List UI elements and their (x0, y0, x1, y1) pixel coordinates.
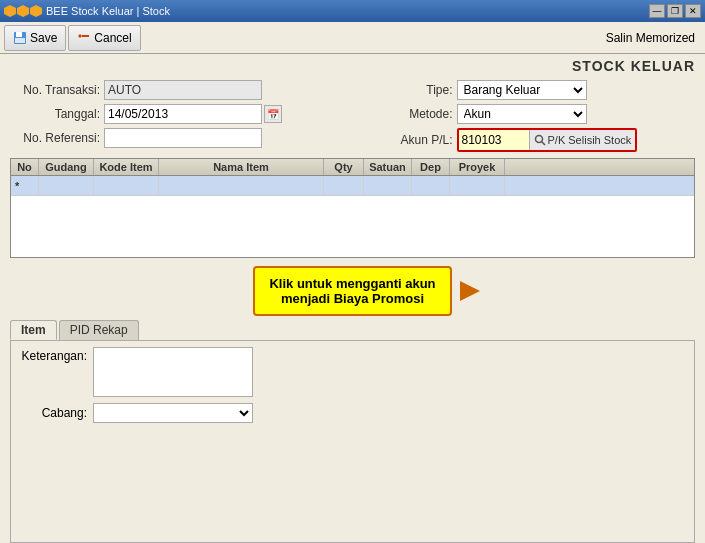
row-marker: * (11, 176, 39, 195)
metode-select[interactable]: Akun (457, 104, 587, 124)
keterangan-textarea[interactable] (93, 347, 253, 397)
metode-row: Metode: Akun (363, 104, 696, 124)
akun-search-label: P/K Selisih Stock (548, 134, 632, 146)
akun-pl-wrapper: P/K Selisih Stock (457, 128, 638, 152)
akun-pl-label: Akun P/L: (363, 133, 453, 147)
section-title: STOCK KELUAR (0, 54, 705, 76)
title-bar: BEE Stock Keluar | Stock — ❐ ✕ (0, 0, 705, 22)
tab-row: Item PID Rekap (10, 320, 695, 340)
minimize-button[interactable]: — (649, 4, 665, 18)
save-icon (13, 31, 27, 45)
metode-label: Metode: (363, 107, 453, 121)
no-referensi-label: No. Referensi: (10, 131, 100, 145)
tipe-select[interactable]: Barang Keluar (457, 80, 587, 100)
form-area: No. Transaksi: Tanggal: 📅 No. Referensi:… (0, 76, 705, 154)
cabang-select[interactable] (93, 403, 253, 423)
tooltip-container: Klik untuk mengganti akunmenjadi Biaya P… (10, 266, 695, 316)
table-header: No Gudang Kode Item Nama Item Qty Satuan… (11, 159, 694, 176)
no-referensi-row: No. Referensi: (10, 128, 343, 148)
tanggal-label: Tanggal: (10, 107, 100, 121)
tab-pid-rekap[interactable]: PID Rekap (59, 320, 139, 340)
cancel-label: Cancel (94, 31, 131, 45)
tab-content-item: Keterangan: Cabang: (10, 340, 695, 543)
tanggal-wrapper: 📅 (104, 104, 282, 124)
row-dep (412, 176, 450, 195)
tooltip-box: Klik untuk mengganti akunmenjadi Biaya P… (253, 266, 451, 316)
svg-line-5 (541, 142, 545, 146)
save-button[interactable]: Save (4, 25, 66, 51)
search-icon (534, 134, 546, 146)
no-transaksi-label: No. Transaksi: (10, 83, 100, 97)
akun-pl-row: Akun P/L: P/K Selisih Stock (363, 128, 696, 152)
form-left: No. Transaksi: Tanggal: 📅 No. Referensi: (10, 80, 343, 152)
row-nama (159, 176, 324, 195)
tab-item-label: Item (21, 323, 46, 337)
tabs-area: Item PID Rekap Keterangan: Cabang: (10, 320, 695, 543)
keterangan-label: Keterangan: (17, 347, 87, 363)
row-proyek (450, 176, 505, 195)
col-satuan: Satuan (364, 159, 412, 175)
col-gudang: Gudang (39, 159, 94, 175)
tab-item[interactable]: Item (10, 320, 57, 340)
calendar-button[interactable]: 📅 (264, 105, 282, 123)
main-window: STOCK KELUAR No. Transaksi: Tanggal: 📅 N… (0, 54, 705, 543)
cabang-label: Cabang: (17, 406, 87, 420)
cancel-icon (77, 31, 91, 45)
col-kode-item: Kode Item (94, 159, 159, 175)
row-gudang (39, 176, 94, 195)
tanggal-input[interactable] (104, 104, 262, 124)
col-proyek: Proyek (450, 159, 505, 175)
tanggal-row: Tanggal: 📅 (10, 104, 343, 124)
keterangan-row: Keterangan: (17, 347, 688, 397)
col-qty: Qty (324, 159, 364, 175)
app-logo (4, 5, 42, 17)
row-satuan (364, 176, 412, 195)
form-right: Tipe: Barang Keluar Metode: Akun Akun P/… (363, 80, 696, 152)
row-qty (324, 176, 364, 195)
col-no: No (11, 159, 39, 175)
salin-memorized-button[interactable]: Salin Memorized (606, 31, 701, 45)
row-kode (94, 176, 159, 195)
title-bar-text: BEE Stock Keluar | Stock (46, 5, 649, 17)
akun-pl-input[interactable] (459, 130, 529, 150)
items-table: No Gudang Kode Item Nama Item Qty Satuan… (10, 158, 695, 258)
no-transaksi-input[interactable] (104, 80, 262, 100)
tipe-label: Tipe: (363, 83, 453, 97)
tooltip-text: Klik untuk mengganti akunmenjadi Biaya P… (269, 276, 435, 306)
col-dep: Dep (412, 159, 450, 175)
svg-point-4 (535, 136, 542, 143)
toolbar: Save Cancel Salin Memorized (0, 22, 705, 54)
tab-pid-rekap-label: PID Rekap (70, 323, 128, 337)
no-referensi-input[interactable] (104, 128, 262, 148)
no-transaksi-row: No. Transaksi: (10, 80, 343, 100)
col-nama-item: Nama Item (159, 159, 324, 175)
save-label: Save (30, 31, 57, 45)
restore-button[interactable]: ❐ (667, 4, 683, 18)
tipe-row: Tipe: Barang Keluar (363, 80, 696, 100)
tooltip-arrow (460, 281, 480, 301)
title-bar-buttons[interactable]: — ❐ ✕ (649, 4, 701, 18)
svg-rect-1 (16, 32, 22, 37)
akun-search-button[interactable]: P/K Selisih Stock (529, 130, 636, 150)
cancel-button[interactable]: Cancel (68, 25, 140, 51)
svg-rect-2 (15, 38, 25, 43)
table-row[interactable]: * (11, 176, 694, 196)
close-button[interactable]: ✕ (685, 4, 701, 18)
cabang-row: Cabang: (17, 403, 688, 423)
